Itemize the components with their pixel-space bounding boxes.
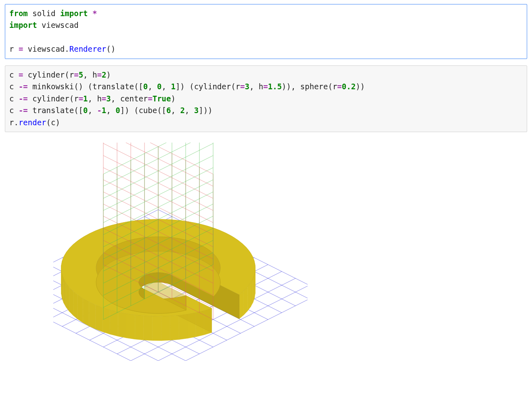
svg-marker-46 xyxy=(64,279,66,307)
svg-marker-36 xyxy=(118,312,127,338)
svg-marker-35 xyxy=(126,313,135,339)
three-d-viewer[interactable] xyxy=(53,143,308,361)
svg-marker-84 xyxy=(255,269,256,298)
code-cell-2[interactable]: c = cylinder(r=5, h=2) c -= minkowski() … xyxy=(5,65,527,132)
svg-marker-44 xyxy=(69,287,73,315)
code-block[interactable]: c = cylinder(r=5, h=2) c -= minkowski() … xyxy=(9,69,523,128)
svg-marker-31 xyxy=(161,316,170,341)
svg-marker-41 xyxy=(83,299,89,326)
code-block[interactable]: from solid import * import viewscad r = … xyxy=(9,8,523,55)
code-cell-1[interactable]: from solid import * import viewscad r = … xyxy=(5,4,527,59)
svg-marker-43 xyxy=(73,291,77,319)
svg-marker-30 xyxy=(170,315,179,340)
svg-marker-38 xyxy=(103,307,110,334)
svg-marker-86 xyxy=(251,278,253,307)
svg-marker-39 xyxy=(96,305,103,332)
svg-marker-32 xyxy=(153,316,161,341)
svg-marker-33 xyxy=(144,316,153,341)
svg-marker-85 xyxy=(253,274,255,303)
svg-marker-34 xyxy=(135,315,144,340)
svg-marker-40 xyxy=(89,302,96,329)
svg-marker-89 xyxy=(239,291,244,319)
output-area xyxy=(5,139,527,361)
svg-marker-45 xyxy=(66,283,69,311)
svg-marker-88 xyxy=(244,287,248,315)
svg-marker-42 xyxy=(78,295,83,323)
svg-marker-87 xyxy=(247,282,251,311)
